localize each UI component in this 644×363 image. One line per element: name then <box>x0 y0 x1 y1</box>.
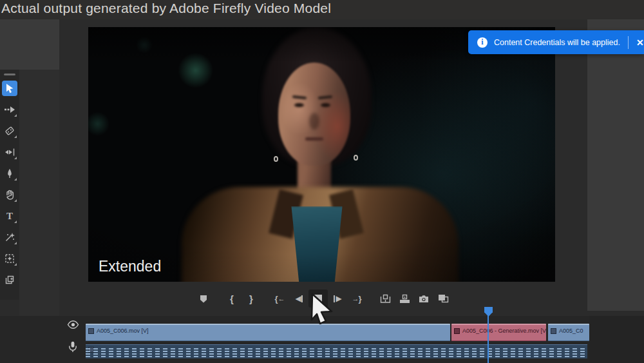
left-panel-body <box>19 70 59 316</box>
mark-in-button[interactable]: { <box>222 289 242 308</box>
audio-waveform <box>86 356 587 357</box>
timeline-clip[interactable]: A005_C0 <box>548 324 589 341</box>
fx-badge-icon <box>454 328 460 334</box>
export-frame-button[interactable] <box>414 289 433 308</box>
program-monitor: Extended <box>88 27 555 282</box>
clip-label: A005_C006.mov [V] <box>88 328 149 334</box>
sparkle-box-icon <box>5 253 15 264</box>
selection-arrow-icon <box>5 83 15 93</box>
sparkle-select-tool[interactable] <box>2 251 17 266</box>
track-select-forward-tool[interactable] <box>2 102 17 117</box>
marker-icon <box>200 295 207 303</box>
pen-tool[interactable] <box>2 166 17 181</box>
comparison-view-button[interactable] <box>433 289 453 308</box>
timeline-audio-clip[interactable] <box>86 344 587 358</box>
selection-tool[interactable] <box>2 81 17 96</box>
audio-waveform <box>86 353 587 355</box>
audio-track-a1 <box>0 344 644 358</box>
timeline-clip[interactable]: A005_C006.mov [V] <box>86 324 450 341</box>
clip-label: A005_C006 - Generative.mov [V] <box>454 328 546 334</box>
close-icon[interactable]: ✕ <box>636 37 644 48</box>
add-marker-button[interactable] <box>194 289 213 308</box>
go-to-out-button[interactable]: →} <box>347 289 366 308</box>
go-to-out-icon: →} <box>352 294 361 304</box>
hand-icon <box>5 190 15 200</box>
type-icon: T <box>6 210 13 222</box>
premiere-app-window: Actual output generated by Adobe Firefly… <box>0 0 644 363</box>
ripple-edit-icon <box>5 148 15 157</box>
mark-in-icon: { <box>230 293 234 304</box>
timeline-clip[interactable]: A005_C006 - Generative.mov [V] <box>451 324 546 341</box>
lift-button[interactable] <box>375 289 395 308</box>
step-back-icon: ◀ <box>295 294 302 303</box>
mark-out-icon: } <box>249 293 253 304</box>
pen-icon <box>5 168 14 179</box>
ripple-edit-tool[interactable] <box>2 144 17 160</box>
left-panel-header <box>0 19 59 70</box>
tools-panel: T <box>0 70 19 300</box>
extract-icon <box>399 294 410 304</box>
wand-sparkle-icon <box>5 232 15 242</box>
hand-tool[interactable] <box>2 187 17 202</box>
track-select-icon <box>4 105 15 114</box>
step-back-button[interactable]: ◀ <box>289 289 308 308</box>
camera-icon <box>419 295 429 303</box>
mouse-cursor <box>308 292 336 327</box>
go-to-in-icon: {← <box>274 294 284 304</box>
tools-panel-drag-handle[interactable] <box>4 74 15 75</box>
fx-badge-icon <box>551 328 556 334</box>
right-panel <box>587 19 644 311</box>
extended-overlay-label: Extended <box>99 258 161 275</box>
export-box-icon <box>5 275 15 285</box>
title-bar: Actual output generated by Adobe Firefly… <box>0 0 644 19</box>
clip-label: A005_C0 <box>551 328 583 334</box>
go-to-in-button[interactable]: {← <box>270 289 289 308</box>
video-frame-vignette <box>88 27 555 282</box>
export-tool[interactable] <box>2 272 17 288</box>
compare-icon <box>438 294 449 303</box>
razor-icon <box>5 126 15 136</box>
magic-wand-tool[interactable] <box>2 230 17 245</box>
fx-badge-icon <box>88 328 94 334</box>
playhead-line <box>488 315 489 363</box>
banner-message: Content Credentials will be applied. <box>494 38 620 47</box>
type-tool[interactable]: T <box>2 208 17 224</box>
caption-title: Actual output generated by Adobe Firefly… <box>1 1 331 16</box>
content-credentials-banner: i Content Credentials will be applied. ✕ <box>468 30 644 54</box>
mark-out-button[interactable]: } <box>242 289 261 308</box>
extract-button[interactable] <box>395 289 414 308</box>
lift-icon <box>380 294 391 304</box>
razor-tool[interactable] <box>2 123 17 139</box>
audio-waveform <box>86 351 587 352</box>
info-circle-icon: i <box>477 37 488 48</box>
timeline-right-edge <box>589 316 644 363</box>
audio-waveform <box>86 348 587 349</box>
banner-divider <box>628 36 629 49</box>
